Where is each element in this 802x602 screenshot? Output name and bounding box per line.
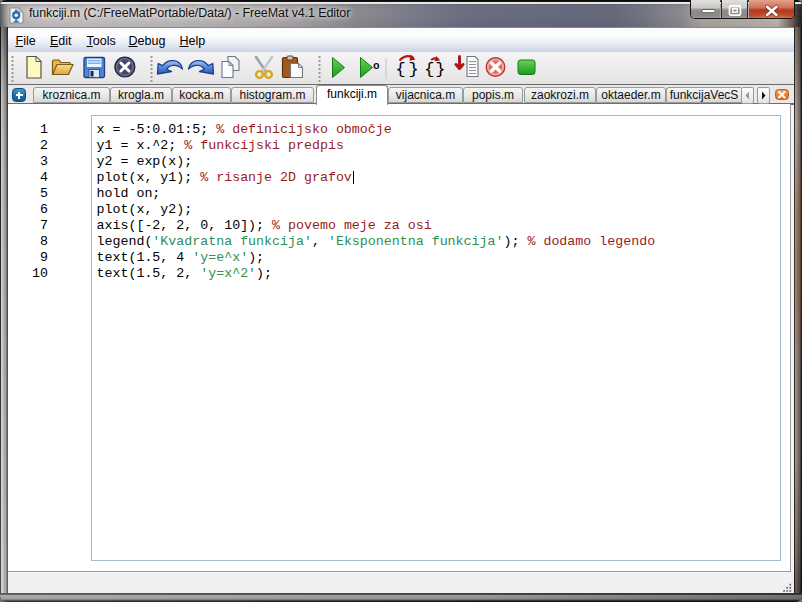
svg-text:o: o: [373, 60, 380, 72]
svg-text:}: }: [435, 60, 445, 79]
svg-text:{: {: [424, 60, 434, 79]
svg-text:{: {: [396, 60, 406, 79]
svg-text:}: }: [409, 60, 419, 79]
